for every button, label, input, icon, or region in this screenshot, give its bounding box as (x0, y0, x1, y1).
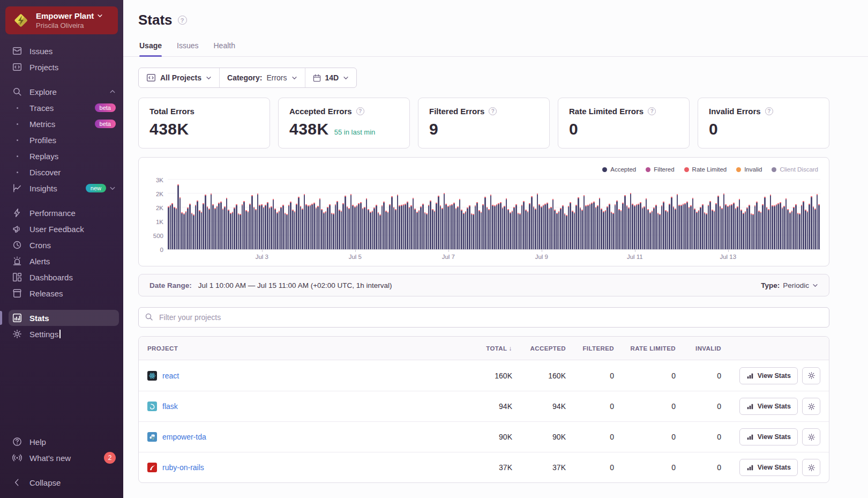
x-tick-label: Jul 7 (442, 254, 455, 260)
accepted-value: 90K (512, 433, 566, 441)
bar (751, 213, 752, 249)
sidebar-item-alerts[interactable]: Alerts (0, 253, 123, 269)
column-header-project[interactable]: PROJECT (147, 345, 453, 352)
bar (715, 203, 717, 249)
column-header-accepted[interactable]: ACCEPTED (512, 345, 566, 352)
category-selector[interactable]: Category: Errors (219, 68, 304, 87)
sidebar-item-dashboards[interactable]: Dashboards (0, 269, 123, 285)
legend-item-filtered[interactable]: Filtered (646, 166, 674, 173)
page-help-icon[interactable]: ? (178, 16, 187, 25)
sidebar-item-label: Alerts (29, 257, 50, 266)
sidebar-item-settings[interactable]: Settings (0, 326, 123, 342)
help-icon[interactable]: ? (489, 107, 497, 115)
help-icon[interactable]: ? (648, 107, 656, 115)
sidebar-item-what-s-new[interactable]: What's new2 (0, 450, 123, 466)
project-settings-button[interactable] (802, 459, 820, 476)
bar (783, 206, 785, 249)
column-header-filtered[interactable]: FILTERED (566, 345, 614, 352)
column-header-total[interactable]: TOTAL ↓ (453, 345, 512, 352)
project-settings-button[interactable] (802, 367, 820, 384)
date-period-selector[interactable]: 14D (305, 68, 357, 87)
org-switcher[interactable]: Empower Plant Priscila Oliveira (5, 6, 118, 34)
bar (432, 209, 433, 249)
tab-issues[interactable]: Issues (177, 41, 198, 56)
bar (176, 208, 177, 249)
chevron-down-icon (343, 75, 349, 81)
bar (585, 205, 587, 249)
bar (700, 207, 701, 249)
sidebar-item-replays[interactable]: Replays (0, 148, 123, 164)
sidebar-item-explore[interactable]: Explore (0, 84, 123, 100)
legend-item-invalid[interactable]: Invalid (736, 166, 762, 173)
x-tick-mark (262, 249, 263, 252)
sidebar-item-collapse[interactable]: Collapse (0, 474, 123, 490)
legend-item-rate-limited[interactable]: Rate Limited (684, 166, 727, 173)
view-stats-button[interactable]: View Stats (739, 459, 798, 476)
bar (170, 205, 171, 249)
help-icon[interactable]: ? (356, 107, 364, 115)
project-link[interactable]: ruby-on-rails (162, 463, 204, 472)
sidebar-item-insights[interactable]: Insightsnew (0, 180, 123, 196)
legend-label: Filtered (654, 166, 674, 173)
bar (455, 208, 457, 249)
column-header-rate-limited[interactable]: RATE LIMITED (614, 345, 676, 352)
bar (556, 213, 558, 249)
bar (259, 205, 260, 249)
sidebar-item-help[interactable]: Help (0, 434, 123, 450)
bar (646, 198, 647, 249)
project-link[interactable]: empower-tda (162, 433, 206, 441)
sidebar-item-profiles[interactable]: Profiles (0, 132, 123, 148)
bar (708, 205, 709, 249)
calendar-icon (313, 74, 321, 82)
bar (311, 204, 313, 249)
project-settings-button[interactable] (802, 398, 820, 415)
sidebar-item-metrics[interactable]: Metricsbeta (0, 116, 123, 132)
sidebar-item-stats[interactable]: Stats (9, 310, 119, 326)
sidebar-item-releases[interactable]: Releases (0, 285, 123, 301)
x-tick-label: Jul 9 (535, 254, 548, 260)
bar (316, 207, 317, 249)
chart-type-selector[interactable]: Type: Periodic (761, 281, 818, 289)
legend-item-accepted[interactable]: Accepted (602, 166, 636, 173)
tab-health[interactable]: Health (214, 41, 235, 56)
chart-plot[interactable]: Jul 3Jul 5Jul 7Jul 9Jul 11Jul 13 (168, 180, 820, 250)
bar (780, 202, 781, 249)
column-header-invalid[interactable]: INVALID (676, 345, 721, 352)
sidebar-item-performance[interactable]: Performance (0, 205, 123, 221)
settings-icon (12, 329, 23, 339)
project-link[interactable]: react (162, 371, 179, 380)
sidebar-item-user-feedback[interactable]: User Feedback (0, 221, 123, 237)
project-settings-button[interactable] (802, 428, 820, 445)
view-stats-button[interactable]: View Stats (739, 367, 798, 384)
legend-item-client-discard[interactable]: Client Discard (772, 166, 818, 173)
sidebar-item-issues[interactable]: Issues (0, 43, 123, 59)
bar (370, 212, 371, 249)
sidebar-item-label: What's new (29, 454, 71, 463)
bar (721, 208, 723, 249)
chevron-down-icon[interactable] (109, 185, 116, 191)
view-stats-button[interactable]: View Stats (739, 398, 798, 415)
bar (632, 204, 633, 249)
bar (285, 213, 286, 249)
x-tick-mark (635, 249, 635, 252)
view-stats-button[interactable]: View Stats (739, 428, 798, 445)
y-tick-label: 0 (160, 247, 163, 253)
chevron-up-icon[interactable] (109, 88, 116, 95)
bar (389, 204, 391, 249)
bar (760, 212, 762, 249)
main-content: Stats ? UsageIssuesHealth All Projects C… (123, 0, 868, 483)
chevron-down-icon (812, 283, 818, 288)
project-selector[interactable]: All Projects (139, 68, 219, 87)
help-icon[interactable]: ? (765, 107, 773, 115)
sidebar-item-projects[interactable]: Projects (0, 59, 123, 75)
beta-badge: beta (95, 103, 116, 112)
sidebar-item-discover[interactable]: Discover (0, 164, 123, 180)
sidebar-item-crons[interactable]: Crons (0, 237, 123, 253)
project-filter-input[interactable] (138, 307, 829, 328)
bar (533, 206, 535, 249)
sidebar-item-traces[interactable]: Tracesbeta (0, 100, 123, 116)
project-link[interactable]: flask (162, 402, 178, 411)
bar (218, 203, 220, 249)
accepted-value: 160K (512, 371, 566, 380)
tab-usage[interactable]: Usage (139, 41, 162, 56)
